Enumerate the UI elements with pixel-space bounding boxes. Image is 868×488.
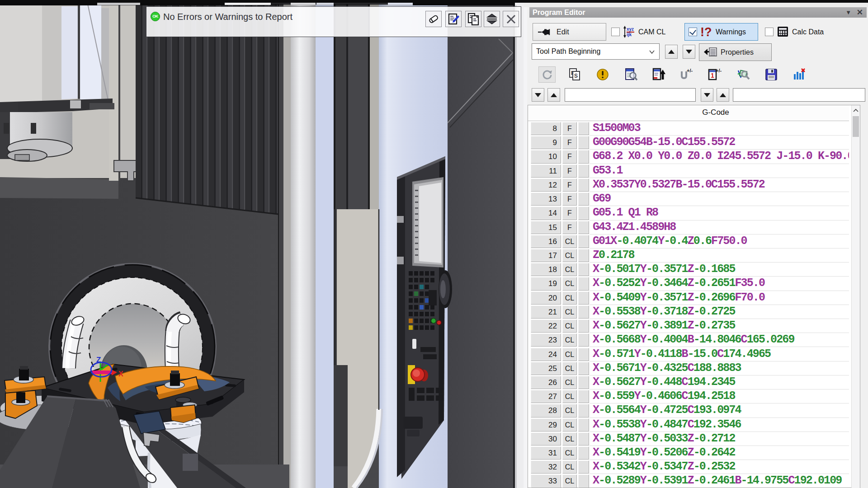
svg-text:xyz: xyz [627,27,634,32]
svg-text:S: S [574,73,578,79]
svg-text:1: 1 [711,72,714,79]
svg-text:ijk: ijk [627,32,632,37]
svg-text:X: X [118,370,123,378]
svg-text:!?: !? [700,25,712,38]
svg-text:+/-: +/- [716,68,722,73]
svg-text:+/-: +/- [687,68,693,73]
svg-text:Z: Z [96,356,101,364]
